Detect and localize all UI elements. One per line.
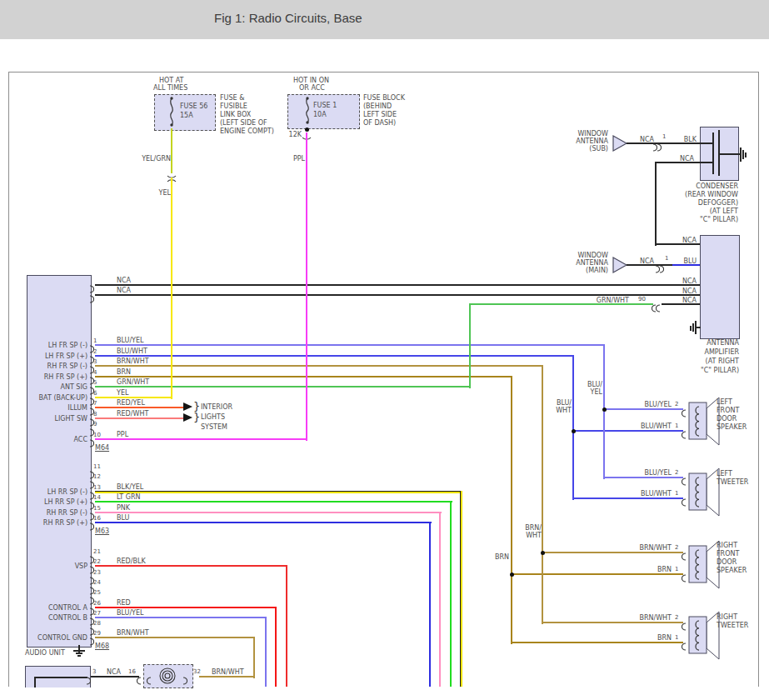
- pin-label: VSP: [75, 562, 87, 570]
- antenna-main-line: (MAIN): [586, 267, 608, 274]
- wire-segment: [95, 365, 542, 367]
- wire-label-yelgrn: YEL/GRN: [142, 155, 171, 162]
- wire-segment: [572, 355, 574, 500]
- connector-arc-icon: [682, 494, 687, 510]
- junction-dot: [541, 551, 545, 555]
- spk-wire-label: BRN/WHT: [639, 544, 672, 552]
- bottom-pin16-label: 16: [128, 668, 136, 675]
- connector-arc-icon: [182, 672, 187, 688]
- connector-arc-icon: [147, 672, 152, 688]
- audio-unit-label: AUDIO UNIT: [25, 649, 65, 657]
- wire-segment: [76, 652, 82, 654]
- wire-segment: [95, 294, 700, 296]
- conn-90-label: 90: [638, 296, 646, 302]
- wire-name-label: PPL: [117, 431, 128, 438]
- wire-segment: [511, 573, 683, 575]
- branch-label: BLU/: [557, 399, 572, 407]
- wire-name-label: BLU: [117, 514, 129, 522]
- spk-pin: 1: [675, 490, 678, 497]
- fuse2-rating: 10A: [313, 111, 327, 118]
- pin-number: 4: [93, 369, 97, 376]
- wire-name-label: BRN/WHT: [117, 629, 149, 637]
- amp-name-line: ANTENNA: [707, 339, 739, 347]
- wire-segment: [470, 303, 653, 305]
- wire-segment: [572, 430, 683, 432]
- antenna-triangle-icon: [612, 257, 628, 278]
- wire-name-label: BLU/WHT: [117, 348, 147, 355]
- wire-segment: [95, 565, 287, 567]
- branch-label: WHT: [526, 532, 542, 539]
- wire-segment: [740, 148, 742, 162]
- connector-arc-icon: [682, 570, 687, 586]
- wire-segment: [95, 284, 700, 286]
- interior-lights-line: INTERIOR: [201, 403, 232, 411]
- interior-lights-line: SYSTEM: [201, 423, 227, 431]
- wire-segment: [95, 397, 172, 398]
- condenser-line: DEFOGGER): [698, 199, 738, 207]
- coil-spiral-icon: [158, 667, 177, 689]
- spk-wire-label: BRN: [657, 566, 672, 573]
- wire-label-yel: YEL: [159, 189, 171, 197]
- pin-label: ANT SIG: [60, 383, 87, 391]
- wire-segment: [745, 152, 747, 158]
- branch-label: BLU/: [587, 381, 602, 388]
- connector-arc-icon: [682, 548, 687, 564]
- connector-arc-icon: [682, 405, 687, 421]
- wire-segment: [672, 264, 700, 266]
- amp-name-line: (AT RIGHT: [706, 358, 739, 365]
- spk-pin: 2: [675, 401, 678, 408]
- wire-segment: [429, 522, 431, 687]
- bottom-pin3-label: 3: [92, 668, 96, 675]
- fuse1-note-line: FUSIBLE: [220, 102, 247, 110]
- connector-arc-icon: [682, 618, 687, 634]
- pin-label: RH RR SP (-): [47, 509, 87, 517]
- spk-name-line: SPEAKER: [717, 567, 747, 574]
- pin-label: ACC: [73, 436, 87, 443]
- frame-top: [8, 72, 758, 72]
- wire-segment: [662, 303, 700, 305]
- wire-name-label: BLK/YEL: [117, 483, 143, 491]
- spk-name-line: SPEAKER: [717, 423, 747, 431]
- wire-segment: [603, 344, 605, 479]
- wire-label-ppl: PPL: [293, 155, 305, 162]
- amp-name-line: "C" PILLAR): [701, 367, 739, 374]
- wire-segment: [695, 321, 697, 334]
- header-band: [0, 0, 769, 39]
- pin-number: 12: [93, 473, 101, 480]
- wire-segment: [95, 607, 277, 608]
- wire-segment: [718, 130, 720, 176]
- connector-arc-icon: [682, 427, 687, 442]
- condenser-line: CONDENSER: [696, 182, 738, 190]
- wire-segment: [286, 565, 287, 687]
- junction-dot: [602, 408, 607, 412]
- fuse2-fuse-icon: [302, 96, 313, 129]
- wire-segment: [469, 303, 471, 388]
- arrow-right-icon: [183, 413, 192, 422]
- condenser-line: (AT LEFT: [710, 208, 738, 215]
- spk-name-line: LEFT: [717, 470, 732, 478]
- fuse1-name: FUSE 56: [180, 102, 207, 110]
- pin-label: LIGHT SW: [55, 415, 87, 422]
- pin-label: RH RR SP (+): [43, 519, 87, 527]
- fuse1-note-line: (LEFT SIDE OF: [220, 119, 267, 127]
- pin-label: BAT (BACK-UP): [39, 394, 87, 402]
- spk-name-line: LEFT: [717, 398, 732, 406]
- branch-label: BRN: [495, 553, 509, 561]
- wire-segment: [95, 376, 512, 378]
- pin-number: 11: [93, 463, 101, 470]
- spk-wire-label: BRN: [657, 634, 672, 642]
- pin-label: RH FR SP (-): [47, 362, 87, 370]
- wire-segment: [655, 162, 657, 246]
- wire-segment: [95, 522, 432, 523]
- spk-pin: 2: [675, 544, 678, 551]
- pin-label: LH FR SP (+): [45, 352, 87, 360]
- fuse2-connector-label: 12K: [289, 131, 302, 138]
- pin-number: 1: [93, 338, 97, 344]
- pin-number: 2: [93, 348, 97, 355]
- wire-segment: [171, 128, 172, 173]
- pin-number: 13: [93, 484, 101, 491]
- wire-name-label: GRN/WHT: [117, 378, 149, 386]
- wire-segment: [95, 355, 573, 357]
- wire-segment: [35, 677, 87, 678]
- spk-wire-label: BRN/WHT: [639, 614, 672, 622]
